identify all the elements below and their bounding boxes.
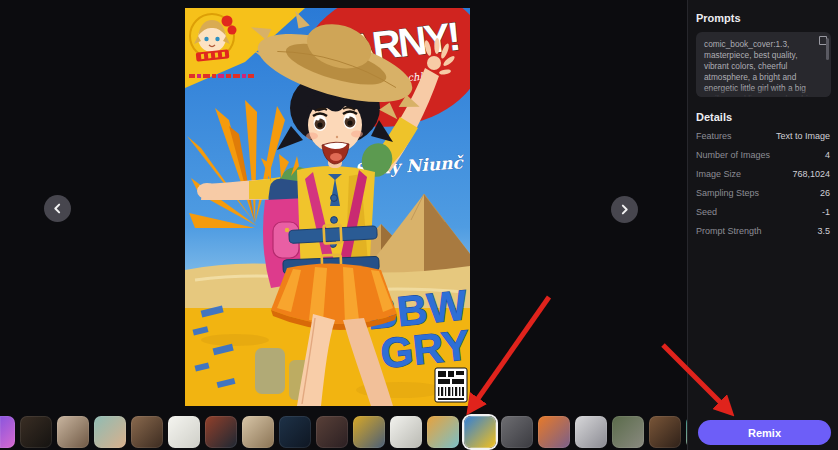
- detail-label: Prompt Strength: [696, 226, 762, 236]
- chevron-right-icon: [619, 204, 630, 215]
- cover-barcode: [435, 368, 467, 402]
- thumbnail-sepia-family-collage[interactable]: [57, 416, 89, 448]
- thumbnail-building-line-sketch[interactable]: [168, 416, 200, 448]
- prompt-box[interactable]: comic_book_cover:1.3, masterpiece, best …: [696, 32, 831, 97]
- detail-label: Sampling Steps: [696, 188, 759, 198]
- detail-label: Image Size: [696, 169, 741, 179]
- thumbnail-vintage-couple-sepia[interactable]: [242, 416, 274, 448]
- generation-sidebar: Prompts comic_book_cover:1.3, masterpiec…: [687, 0, 838, 450]
- detail-row-image-size: Image Size 768,1024: [696, 169, 830, 179]
- detail-value: 3.5: [817, 226, 830, 236]
- comic-cover-illustration: KARNY! Mcuuechlä: [185, 8, 470, 406]
- image-generation-app: KARNY! Mcuuechlä: [0, 0, 838, 450]
- chevron-left-icon: [52, 203, 63, 214]
- detail-row-prompt-strength: Prompt Strength 3.5: [696, 226, 830, 236]
- thumbnail-cartoon-boy-gold[interactable]: [427, 416, 459, 448]
- thumbnail-purple-creature[interactable]: [0, 416, 15, 448]
- previous-image-button[interactable]: [44, 195, 71, 222]
- detail-label: Features: [696, 131, 732, 141]
- detail-value: -1: [822, 207, 830, 217]
- thumbnail-man-navy-portrait[interactable]: [279, 416, 311, 448]
- prompt-scrollbar[interactable]: [826, 38, 829, 60]
- detail-value: 26: [820, 188, 830, 198]
- thumbnail-figures-pencil-sketch[interactable]: [390, 416, 422, 448]
- detail-row-features: Features Text to Image: [696, 131, 830, 141]
- detail-row-sampling-steps: Sampling Steps 26: [696, 188, 830, 198]
- thumbnail-woman-long-brown-hair[interactable]: [649, 416, 681, 448]
- detail-label: Number of Images: [696, 150, 770, 160]
- remix-button[interactable]: Remix: [698, 420, 831, 445]
- thumbnail-comic-cover-girl[interactable]: [464, 416, 496, 448]
- generated-image[interactable]: KARNY! Mcuuechlä: [185, 8, 470, 406]
- thumbnail-couple-dark-photo[interactable]: [316, 416, 348, 448]
- detail-row-number-of-images: Number of Images 4: [696, 150, 830, 160]
- detail-label: Seed: [696, 207, 717, 217]
- prompts-heading: Prompts: [696, 12, 830, 24]
- cover-credit-marks: [189, 74, 254, 78]
- thumbnail-elephant-jungle[interactable]: [612, 416, 644, 448]
- thumbnail-man-portrait-dark[interactable]: [20, 416, 52, 448]
- detail-row-seed: Seed -1: [696, 207, 830, 217]
- thumbnail-woman-pale-portrait[interactable]: [575, 416, 607, 448]
- detail-value: Text to Image: [776, 131, 830, 141]
- thumbnail-anime-woman-orange-hair[interactable]: [538, 416, 570, 448]
- thumbnail-faded-figures-grey[interactable]: [501, 416, 533, 448]
- thumbnail-woman-redhead-suit[interactable]: [205, 416, 237, 448]
- detail-value: 768,1024: [792, 169, 830, 179]
- thumbnail-woman-yellow-jacket[interactable]: [353, 416, 385, 448]
- thumbnail-man-glasses-beard[interactable]: [94, 416, 126, 448]
- details-heading: Details: [696, 111, 830, 123]
- prompt-fade: [696, 87, 831, 97]
- details-section: Details Features Text to Image Number of…: [696, 111, 830, 236]
- thumbnail-strip: [0, 413, 687, 450]
- detail-value: 4: [825, 150, 830, 160]
- thumbnail-woman-brunette[interactable]: [131, 416, 163, 448]
- next-image-button[interactable]: [611, 196, 638, 223]
- image-viewer: KARNY! Mcuuechlä: [0, 0, 687, 450]
